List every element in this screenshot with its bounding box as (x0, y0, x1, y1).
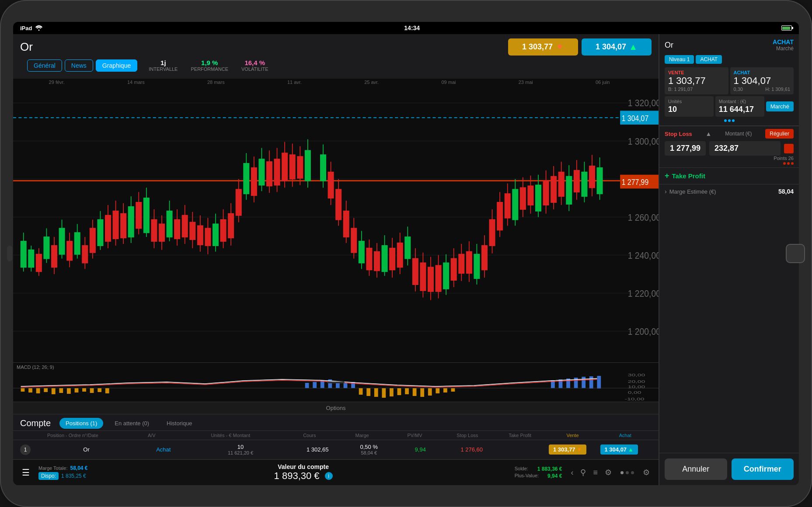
svg-text:10,00: 10,00 (628, 385, 645, 389)
position-buy-button[interactable]: 1 304,07 ▲ (600, 444, 638, 455)
search-icon[interactable]: ⚲ (580, 468, 586, 477)
order-type-dots (665, 119, 794, 122)
svg-rect-194 (90, 388, 94, 393)
svg-rect-209 (451, 388, 455, 392)
wifi-icon (35, 25, 42, 31)
svg-text:1 304,07: 1 304,07 (622, 114, 649, 123)
units-field: Unités 10 (665, 96, 714, 117)
price-buttons: 1 303,77 ▼ 1 304,07 ▲ (508, 38, 652, 56)
svg-rect-187 (36, 388, 40, 393)
tab-general[interactable]: Général (27, 59, 62, 72)
tab-historique[interactable]: Historique (160, 418, 199, 429)
sl-price-box: 1 277,99 (665, 141, 706, 156)
order-subtype-label: Marché (776, 45, 794, 52)
tab-en-attente[interactable]: En attente (0) (108, 418, 155, 429)
chart-resize-handle[interactable] (327, 382, 345, 383)
nav-dot-3 (631, 471, 634, 474)
svg-rect-191 (67, 388, 71, 394)
svg-rect-200 (382, 388, 386, 398)
sl-red-square[interactable] (784, 144, 794, 153)
sl-toggle-icon[interactable]: ▲ (706, 130, 712, 137)
marge-expand-icon[interactable]: › (665, 188, 667, 195)
regulier-button[interactable]: Régulier (765, 129, 794, 139)
svg-rect-208 (443, 388, 447, 392)
svg-text:1 277,99: 1 277,99 (622, 178, 649, 187)
th-vente: Vente (546, 433, 599, 438)
confirmer-button[interactable]: Confirmer (732, 458, 794, 480)
svg-rect-193 (82, 388, 86, 392)
settings-nav-icon[interactable]: ⚙ (605, 468, 612, 477)
order-type-label: ACHAT (773, 38, 794, 45)
svg-rect-203 (405, 388, 409, 394)
td-achat-btn[interactable]: 1 304,07 ▲ (600, 444, 652, 455)
home-button[interactable] (786, 244, 805, 263)
buy-arrow-icon: ▲ (629, 42, 638, 52)
svg-text:0,00: 0,00 (628, 390, 641, 395)
niveau-1-tab[interactable]: Niveau 1 (665, 55, 694, 64)
sell-price-button[interactable]: 1 303,77 ▼ (508, 38, 578, 56)
svg-rect-199 (374, 388, 378, 397)
battery-icon (781, 25, 792, 31)
valeur-label: Valeur du compte (101, 463, 506, 470)
performance-label: PERFORMANCE (191, 66, 228, 72)
sell-arrow-sm-icon: ▼ (577, 446, 582, 453)
achat-order-tab[interactable]: ACHAT (696, 55, 722, 64)
td-vente-btn[interactable]: 1 303,77 ▼ (549, 444, 600, 455)
svg-text:20,00: 20,00 (628, 379, 645, 384)
nav-dot-1 (620, 471, 624, 474)
buy-price-button[interactable]: 1 304,07 ▲ (582, 38, 652, 56)
list-icon[interactable]: ≡ (593, 468, 598, 477)
account-section: Compte Positions (1) En attente (0) Hist… (13, 414, 659, 459)
menu-icon[interactable]: ☰ (22, 467, 30, 478)
performance-value: 1,9 % (191, 59, 228, 66)
volume-button[interactable] (7, 246, 12, 261)
th-av: A/V (125, 433, 178, 438)
dot-1 (724, 119, 727, 122)
ipad-screen: iPad 14:34 (13, 22, 799, 485)
chart-header: Or 1 303,77 ▼ 1 304,07 ▲ (13, 34, 659, 79)
position-sell-button[interactable]: 1 303,77 ▼ (549, 444, 586, 455)
macd-section: MACD (12; 26; 9) (13, 362, 659, 402)
tp-header[interactable]: + Take Profit (665, 171, 794, 181)
td-units-montant: 10 11 621,20 € (189, 444, 292, 455)
time-label-5: 09 mai (441, 80, 456, 85)
solde-val: 1 883,36 € (537, 466, 562, 472)
bid-sub-info: B: 1 291,07 (668, 87, 725, 92)
chart-title-row: Or 1 303,77 ▼ 1 304,07 ▲ (20, 38, 652, 56)
time-display: 14:34 (404, 24, 420, 31)
svg-rect-197 (359, 388, 363, 395)
macd-label: MACD (12; 26; 9) (17, 365, 54, 370)
th-marge: Marge (336, 433, 388, 438)
table-row: 1 Or Achat 10 11 621,20 € 1 302,65 0,50 … (13, 440, 659, 459)
tab-positions[interactable]: Positions (1) (59, 418, 103, 429)
bottom-bar: ☰ Marge Totale: 58,04 € Dispo: 1 835,25 … (13, 459, 659, 485)
chart-title: Or (20, 40, 33, 54)
ask-price: 1 304,07 (734, 75, 791, 87)
svg-rect-206 (428, 388, 432, 396)
td-sl: 1 276,60 (446, 446, 498, 453)
td-pvmv: 9,94 (395, 446, 446, 453)
back-nav-icon[interactable]: ‹ (571, 468, 573, 477)
time-label-6: 23 mai (519, 80, 533, 85)
annuler-button[interactable]: Annuler (665, 458, 727, 480)
th-cours: Cours (283, 433, 336, 438)
td-av: Achat (138, 446, 189, 453)
svg-rect-183 (589, 376, 593, 389)
order-asset-title: Or (665, 41, 673, 50)
nav-dot-2 (626, 471, 629, 474)
take-profit-section: + Take Profit (659, 167, 799, 184)
units-montant-row: Unités 10 Montant : (€) 11 644,17 Marché (665, 96, 794, 117)
chart-container: 1 320,00 1 300,00 1 280,00 1 260,00 1 24… (13, 86, 659, 362)
info-icon[interactable]: i (325, 472, 333, 480)
sl-montant: 232,87 (714, 144, 739, 153)
sl-dots (665, 162, 794, 165)
tab-news[interactable]: News (65, 59, 93, 72)
sell-price-value: 1 303,77 (522, 42, 553, 52)
dispo-label: Dispo: (38, 472, 59, 480)
gear-icon[interactable]: ⚙ (643, 468, 650, 477)
volatility-label: VOLATILITE (241, 66, 268, 72)
marche-button[interactable]: Marché (766, 101, 794, 111)
account-info: Marge Totale: 58,04 € Dispo: 1 835,25 € (38, 465, 88, 480)
dot-2 (728, 119, 731, 122)
tab-graphique[interactable]: Graphique (96, 59, 137, 72)
